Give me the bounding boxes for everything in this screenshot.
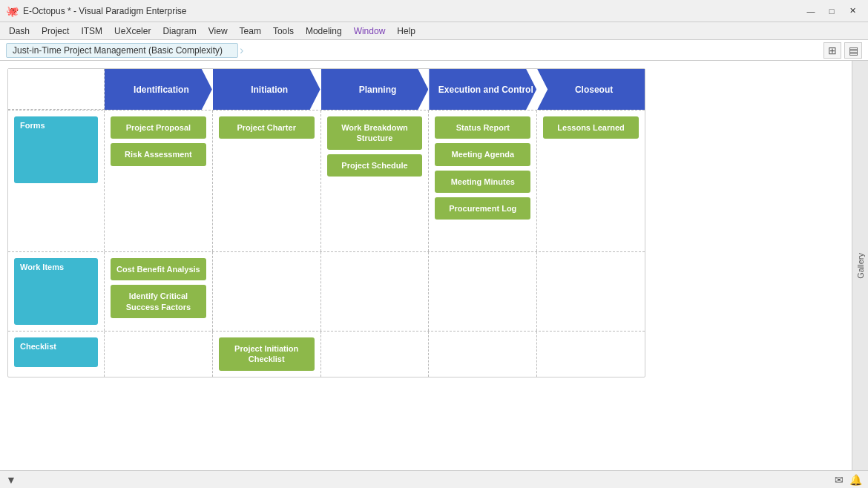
phase-execution[interactable]: Execution and Control <box>429 69 537 110</box>
forms-execution-cell: Status Report Meeting Agenda Meeting Min… <box>429 111 537 251</box>
work-items-closeout-cell <box>537 252 645 331</box>
minimize-button[interactable]: — <box>801 4 821 19</box>
diagram-container: Identification Initiation Planning Execu… <box>7 68 645 377</box>
notification-icon[interactable]: 🔔 <box>849 474 862 486</box>
menu-team[interactable]: Team <box>234 24 267 38</box>
email-icon[interactable]: ✉ <box>835 474 844 486</box>
forms-planning-cell: Work Breakdown Structure Project Schedul… <box>321 111 430 251</box>
phase-identification[interactable]: Identification <box>105 69 213 110</box>
canvas[interactable]: Identification Initiation Planning Execu… <box>0 61 852 470</box>
card-meeting-minutes[interactable]: Meeting Minutes <box>435 171 530 193</box>
card-project-proposal[interactable]: Project Proposal <box>111 116 206 139</box>
phase-planning-arrow: Planning <box>321 69 429 110</box>
menu-modeling[interactable]: Modeling <box>300 24 348 38</box>
window-controls: — □ ✕ <box>801 4 862 19</box>
work-items-identification-cell: Cost Benefit Analysis Identify Critical … <box>105 252 213 331</box>
checklist-execution-cell <box>429 332 537 377</box>
menu-bar: Dash Project ITSM UeXceler Diagram View … <box>0 22 868 40</box>
checklist-initiation-cell: Project Initiation Checklist <box>213 332 321 377</box>
checklist-closeout-cell <box>537 332 645 377</box>
menu-dash[interactable]: Dash <box>3 24 36 38</box>
phase-planning[interactable]: Planning <box>321 69 430 110</box>
header-corner <box>8 69 105 110</box>
menu-project[interactable]: Project <box>36 24 75 38</box>
phase-closeout[interactable]: Closeout <box>537 69 645 110</box>
forms-row: Forms Project Proposal Risk Assessment P… <box>8 110 645 251</box>
breadcrumb-bar: Just-in-Time Project Management (Basic C… <box>0 40 868 61</box>
status-bar: ▼ ✉ 🔔 <box>0 470 868 488</box>
close-button[interactable]: ✕ <box>843 4 862 19</box>
work-items-execution-cell <box>429 252 537 331</box>
card-status-report[interactable]: Status Report <box>435 116 530 139</box>
card-lessons-learned[interactable]: Lessons Learned <box>543 116 639 139</box>
breadcrumb-chevron: › <box>240 44 243 57</box>
menu-diagram[interactable]: Diagram <box>157 24 202 38</box>
checklist-label-cell: Checklist <box>8 332 105 377</box>
main-area: Identification Initiation Planning Execu… <box>0 61 868 470</box>
maximize-button[interactable]: □ <box>822 4 841 19</box>
menu-uexceler[interactable]: UeXceler <box>108 24 157 38</box>
forms-label-cell: Forms <box>8 111 105 251</box>
grid-icon[interactable]: ⊞ <box>823 42 841 59</box>
breadcrumb[interactable]: Just-in-Time Project Management (Basic C… <box>6 43 238 58</box>
card-identify-critical-success-factors[interactable]: Identify Critical Success Factors <box>111 285 206 318</box>
card-risk-assessment[interactable]: Risk Assessment <box>111 143 206 165</box>
title-bar: 🐙 E-Octopus * - Visual Paradigm Enterpri… <box>0 0 868 22</box>
phase-initiation-arrow: Initiation <box>213 69 320 110</box>
phase-header-row: Identification Initiation Planning Execu… <box>8 69 645 110</box>
phase-execution-arrow: Execution and Control <box>429 69 536 110</box>
gallery-label: Gallery <box>856 253 865 279</box>
phase-identification-arrow: Identification <box>105 69 212 110</box>
checklist-label: Checklist <box>14 337 98 367</box>
forms-identification-cell: Project Proposal Risk Assessment <box>105 111 213 251</box>
card-meeting-agenda[interactable]: Meeting Agenda <box>435 143 530 165</box>
card-cost-benefit-analysis[interactable]: Cost Benefit Analysis <box>111 258 206 280</box>
menu-itsm[interactable]: ITSM <box>75 24 108 38</box>
card-work-breakdown-structure[interactable]: Work Breakdown Structure <box>327 116 423 150</box>
checklist-row: Checklist Project Initiation Checklist <box>8 331 645 377</box>
card-project-schedule[interactable]: Project Schedule <box>327 154 423 177</box>
card-project-charter[interactable]: Project Charter <box>219 116 315 139</box>
menu-tools[interactable]: Tools <box>267 24 300 38</box>
menu-window[interactable]: Window <box>348 24 392 38</box>
work-items-label-cell: Work Items <box>8 252 105 331</box>
forms-label: Forms <box>14 116 98 183</box>
forms-initiation-cell: Project Charter <box>213 111 321 251</box>
panel-icon[interactable]: ▤ <box>844 42 862 59</box>
menu-view[interactable]: View <box>203 24 234 38</box>
forms-closeout-cell: Lessons Learned <box>537 111 645 251</box>
menu-help[interactable]: Help <box>391 24 421 38</box>
checklist-identification-cell <box>105 332 213 377</box>
card-procurement-log[interactable]: Procurement Log <box>435 197 530 220</box>
status-bar-right: ✉ 🔔 <box>835 474 862 486</box>
phase-closeout-arrow: Closeout <box>537 69 645 110</box>
expand-icon[interactable]: ▼ <box>6 474 16 486</box>
app-title: E-Octopus * - Visual Paradigm Enterprise <box>23 6 801 16</box>
card-project-initiation-checklist[interactable]: Project Initiation Checklist <box>219 337 315 371</box>
toolbar-icons: ⊞ ▤ <box>823 42 862 59</box>
gallery-sidebar[interactable]: Gallery <box>852 61 868 470</box>
app-icon: 🐙 <box>6 5 19 17</box>
checklist-planning-cell <box>321 332 430 377</box>
work-items-initiation-cell <box>213 252 321 331</box>
work-items-label: Work Items <box>14 258 98 325</box>
work-items-planning-cell <box>321 252 430 331</box>
work-items-row: Work Items Cost Benefit Analysis Identif… <box>8 251 645 331</box>
phase-initiation[interactable]: Initiation <box>213 69 321 110</box>
